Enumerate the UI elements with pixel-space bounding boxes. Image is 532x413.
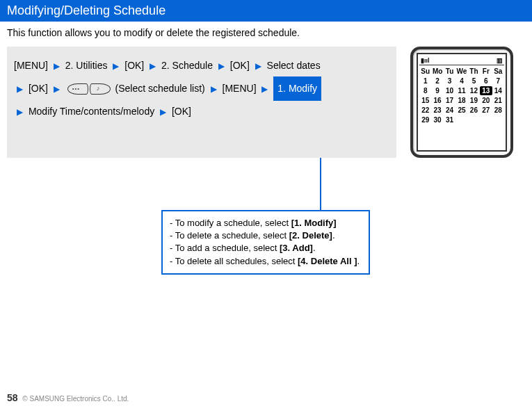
step-utilities: 2. Utilities [65,60,108,71]
calendar-date-cell: 8 [419,86,431,95]
arrow-icon: ▶ [150,61,156,71]
calendar-date-cell: 20 [480,96,492,105]
calendar-grid: SuMoTuWeThFrSa12345678910111213141516171… [419,65,504,124]
callout-bold: [4. Delete All ] [298,256,357,266]
calendar-date-cell: 24 [444,106,456,115]
arrow-icon: ▶ [160,107,166,117]
content-row: [MENU] ▶ 2. Utilities ▶ [OK] ▶ 2. Schedu… [0,47,532,158]
callout-connector-line [320,158,321,211]
step-ok: [OK] [230,60,250,71]
callout-text: . [357,256,360,266]
arrow-icon: ▶ [255,61,261,71]
calendar-date-cell [492,115,504,124]
calendar-date-cell: 3 [444,76,456,86]
arrow-icon: ▶ [211,84,217,94]
callout-bold: [1. Modify] [291,218,337,228]
calendar-date-cell: 14 [492,86,504,95]
callout-line-3: - To add a schedule, select [3. Add]. [170,242,362,254]
calendar-date-cell: 10 [444,86,456,95]
callout-text: . [313,243,316,253]
callout-bold: [2. Delete] [289,230,332,241]
calendar-date-cell: 4 [456,76,467,86]
calendar-date-cell: 28 [492,106,504,115]
calendar-date-cell: 15 [419,96,431,105]
calendar-date-cell: 9 [431,86,443,95]
calendar-date-cell: 27 [480,106,492,115]
step-ok: [OK] [29,83,48,94]
calendar-date-cell: 5 [468,76,480,86]
callout-line-1: - To modify a schedule, select [1. Modif… [170,217,362,229]
step-menu2: [MENU] [223,83,257,94]
calendar-date-cell [456,115,467,124]
page-footer: 58 © SAMSUNG Electronics Co.. Ltd. [7,392,129,403]
intro-text: This function allows you to modify or de… [0,22,532,47]
calendar-date-cell: 17 [444,96,456,105]
callout-text: - To delete a schedule, select [170,230,289,241]
phone-status-bar: ▮ııl ▥ [419,56,504,65]
calendar-day-header: Tu [444,67,456,76]
phone-preview-column: ▮ııl ▥ SuMoTuWeThFrSa1234567891011121314… [410,47,515,158]
page-title-bar: Modifying/Deleting Schedule [0,0,532,22]
calendar-date-cell: 7 [492,76,504,86]
calendar-date-cell: 19 [468,96,480,105]
calendar-date-cell: 13 [480,86,492,95]
right-softkey-icon [90,83,111,95]
step-menu: [MENU] [14,60,48,71]
phone-screen-inner: ▮ııl ▥ SuMoTuWeThFrSa1234567891011121314… [417,53,507,152]
calendar-date-cell: 31 [444,115,456,124]
navigation-steps-box: [MENU] ▶ 2. Utilities ▶ [OK] ▶ 2. Schedu… [7,47,396,158]
page-title: Modifying/Deleting Schedule [7,3,166,17]
arrow-icon: ▶ [54,84,60,94]
calendar-date-cell: 22 [419,106,431,115]
calendar-date-cell: 18 [456,96,467,105]
calendar-date-cell: 11 [456,86,467,95]
step-select-dates: Select dates [267,60,321,71]
calendar-date-cell: 1 [419,76,431,86]
calendar-day-header: Su [419,67,431,76]
callout-line-2: - To delete a schedule, select [2. Delet… [170,229,362,242]
step-ok: [OK] [124,60,144,71]
calendar-day-header: Fr [480,67,492,76]
step-schedule: 2. Schedule [161,60,213,71]
calendar-date-cell: 23 [431,106,443,115]
arrow-icon: ▶ [218,61,225,71]
calendar-day-header: Mo [431,67,443,76]
calendar-date-cell: 30 [431,115,443,124]
left-softkey-icon [67,83,88,95]
page-number: 58 [7,392,18,403]
callout-text: - To add a schedule, select [170,243,280,253]
calendar-day-header: Th [468,67,480,76]
nav-key-icons [67,83,111,95]
copyright-text: © SAMSUNG Electronics Co.. Ltd. [22,395,129,403]
calendar-date-cell: 29 [419,115,431,124]
calendar-date-cell: 21 [492,96,504,105]
calendar-date-cell: 12 [468,86,480,95]
signal-icon: ▮ııl [421,57,430,64]
callout-bold: [3. Add] [280,243,313,253]
arrow-icon: ▶ [54,61,60,71]
calendar-date-cell: 6 [480,76,492,86]
callout-text: - To modify a schedule, select [170,218,291,228]
arrow-icon: ▶ [113,61,119,71]
arrow-icon: ▶ [17,84,23,94]
callout-text: . [332,230,335,241]
calendar-date-cell [480,115,492,124]
step-ok: [OK] [172,106,191,117]
step-select-list: (Select schedule list) [115,83,205,94]
phone-screen-frame: ▮ııl ▥ SuMoTuWeThFrSa1234567891011121314… [410,47,513,158]
calendar-date-cell [468,115,480,124]
battery-icon: ▥ [497,57,503,64]
callout-text: - To delete all schedules, select [170,256,298,266]
callout-box: - To modify a schedule, select [1. Modif… [161,210,370,275]
arrow-icon: ▶ [17,107,23,117]
arrow-icon: ▶ [261,84,268,94]
calendar-date-cell: 25 [456,106,467,115]
calendar-date-cell: 26 [468,106,480,115]
callout-line-4: - To delete all schedules, select [4. De… [170,255,362,268]
calendar-day-header: We [456,67,467,76]
calendar-date-cell: 16 [431,96,443,105]
calendar-date-cell: 2 [431,76,443,86]
calendar-day-header: Sa [492,67,504,76]
modify-badge: 1. Modify [273,76,321,101]
step-modify-time: Modify Time/contents/melody [29,106,154,117]
